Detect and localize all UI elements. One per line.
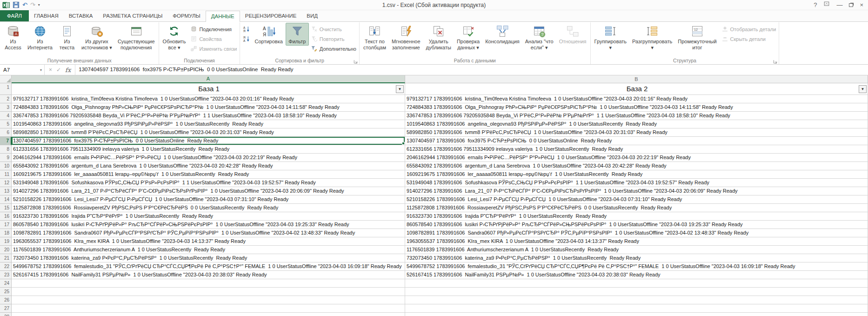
cell-A14[interactable]: 5210158226 1783991606 Lesi_Lesi7 Р›РµСЃС… (12, 195, 405, 204)
row-header-18[interactable]: 18 (0, 229, 12, 237)
column-header-A[interactable]: A (12, 75, 405, 83)
cell-A28[interactable] (12, 313, 405, 316)
cell-A13[interactable]: 914027296 1783991606 Lara_21_07 Р›Р°СЂРё… (12, 187, 405, 195)
row-header-8[interactable]: 8 (0, 145, 12, 154)
cell-A6[interactable]: 589982850 1783991606 tvmm8 Р’РёРєС‚РѕСЂР… (12, 128, 405, 137)
cell-B17[interactable]: 860578540 1783991606 lusikri Р›СЋРґРјРёР… (405, 221, 868, 229)
ungroup-button[interactable]: Разгруппировать▾ (629, 23, 675, 51)
row-header-26[interactable]: 26 (0, 296, 12, 304)
row-header-2[interactable]: 2 (0, 95, 12, 103)
cell-B4[interactable]: 336747853 1783991606 79205935848 Beyda_V… (405, 112, 868, 120)
cell-B7[interactable]: 1307404597 1783991606 fox3975 Р›СЋР±РѕРІ… (405, 137, 868, 145)
redo-button[interactable]: ↷ (30, 1, 35, 9)
remove-duplicates-button[interactable]: Удалитьдубликаты (423, 23, 454, 51)
row-header-3[interactable]: 3 (0, 103, 12, 112)
cell-A5[interactable]: 1019540863 1783991606 angelina_olegovna9… (12, 120, 405, 128)
row-header-6[interactable]: 6 (0, 128, 12, 137)
cell-B5[interactable]: 1019540863 1783991606 angelina_olegovna9… (405, 120, 868, 128)
from-other-sources-button[interactable]: Из другихисточников ▾ (79, 23, 115, 51)
tab-file[interactable]: ФАЙЛ (0, 10, 29, 21)
row-header-15[interactable]: 15 (0, 204, 12, 212)
cell-A27[interactable] (12, 304, 405, 313)
row-header-19[interactable]: 19 (0, 237, 12, 246)
cell-A26[interactable] (12, 296, 405, 304)
text-to-columns-button[interactable]: Текст постолбцам (361, 23, 389, 51)
cell-A19[interactable]: 1963055537 1783991606 KIra_mex KIRA 1 0 … (12, 237, 405, 246)
edit-links-button[interactable]: Изменить связи (188, 44, 239, 54)
cell-A17[interactable]: 860578540 1783991606 lusikri Р›СЋРґРјРёР… (12, 221, 405, 229)
select-all-corner[interactable] (0, 75, 12, 83)
cell-B3[interactable]: 724884383 1783991606 Olga_Pishnogray РћР… (405, 103, 868, 112)
clear-filter-button[interactable]: Очистить (309, 24, 358, 34)
properties-button[interactable]: Свойства (188, 34, 239, 44)
cell-A12[interactable]: 531949048 1783991606 Sofushkasova РЎРѕС„… (12, 179, 405, 187)
hide-detail-button[interactable]: Скрыть детали (720, 34, 778, 44)
cell-B2[interactable]: 979132717 1783991606 kristina_Tim0feeva … (405, 95, 868, 103)
row-header-1[interactable]: 1 (0, 83, 12, 95)
filter-dropdown-A1[interactable]: ▼ (396, 85, 404, 93)
cell-A25[interactable] (12, 288, 405, 296)
from-text-button[interactable]: Изтекста (55, 23, 79, 51)
reapply-filter-button[interactable]: Повторить (309, 34, 358, 44)
sort-button[interactable]: АЯСортировка (252, 23, 285, 46)
enter-icon[interactable]: ✓ (56, 67, 61, 73)
row-header-24[interactable]: 24 (0, 279, 12, 288)
row-header-4[interactable]: 4 (0, 112, 12, 120)
cell-B12[interactable]: 531949048 1783991606 Sofushkasova РЎРѕС„… (405, 179, 868, 187)
subtotal-button[interactable]: 12Промежуточныйитог (675, 23, 719, 51)
cell-B14[interactable]: 5210158226 1783991606 Lesi_Lesi7 Р›РµСЃС… (405, 195, 868, 204)
cell-B26[interactable] (405, 296, 868, 304)
row-header-14[interactable]: 14 (0, 195, 12, 204)
save-button[interactable] (13, 1, 20, 8)
sort-ascending-button[interactable]: АЯ (241, 24, 252, 34)
cell-A11[interactable]: 1609219675 1783991606 ler_aaaaa050811 le… (12, 170, 405, 179)
consolidate-button[interactable]: Консолидация (482, 23, 522, 46)
tab-review[interactable]: РЕЦЕНЗИРОВАНИЕ (240, 11, 302, 21)
cell-B19[interactable]: 1963055537 1783991606 KIra_mex KIRA 1 0 … (405, 237, 868, 246)
cell-B10[interactable]: 655843092 1783991606 argentum_d Lana Ser… (405, 162, 868, 170)
cell-A18[interactable]: 1098782891 1783991606 Sandra0607 РђР»РµР… (12, 229, 405, 237)
from-access-button[interactable]: AИзAccess (1, 23, 25, 51)
cell-B9[interactable]: 2046162944 1783991606 ernails Р•РїРёС…Рё… (405, 154, 868, 162)
cell-B27[interactable] (405, 304, 868, 313)
restore-button[interactable] (849, 1, 853, 9)
existing-connections-button[interactable]: Существующиеподключения (115, 23, 158, 51)
cell-A15[interactable]: 1125872808 1783991606 RossiavperetZV РђР… (12, 204, 405, 212)
cell-B11[interactable]: 1609219675 1783991606 ler_aaaaa050811 le… (405, 170, 868, 179)
cell-A23[interactable]: 526167415 1783991606 NailFamily31 РЅРµР№… (12, 271, 405, 279)
tab-data[interactable]: ДАННЫЕ (206, 11, 240, 22)
cell-A21[interactable]: 732073450 1783991606 katerina_za9 Р•РєР°… (12, 254, 405, 262)
cell-B28[interactable] (405, 313, 868, 316)
dialog-launcher-icon[interactable] (353, 58, 359, 63)
filter-dropdown-B1[interactable]: ▼ (859, 85, 867, 93)
cell-B18[interactable]: 1098782891 1783991606 Sandra0607 РђР»РµР… (405, 229, 868, 237)
row-header-9[interactable]: 9 (0, 154, 12, 162)
group-button[interactable]: Группировать▾ (592, 23, 630, 51)
row-header-23[interactable]: 23 (0, 271, 12, 279)
connections-button[interactable]: Подключения (188, 24, 239, 34)
row-header-22[interactable]: 22 (0, 262, 12, 271)
cell-B6[interactable]: 589982850 1783991606 tvmm8 Р’РёРєС‚РѕСЂР… (405, 128, 868, 137)
cell-B23[interactable]: 526167415 1783991606 NailFamily31 РЅРµР№… (405, 271, 868, 279)
advanced-filter-button[interactable]: Дополнительно (309, 44, 358, 54)
cell-A1[interactable]: База 1 ▼ (12, 83, 405, 95)
cell-B8[interactable]: 612331656 1783991606 79511334909 irelavy… (405, 145, 868, 154)
help-button[interactable]: ? (814, 1, 817, 9)
row-header-25[interactable]: 25 (0, 288, 12, 296)
cell-A8[interactable]: 612331656 1783991606 79511334909 irelavy… (12, 145, 405, 154)
relationships-button[interactable]: Отношения (556, 23, 589, 46)
dialog-launcher-icon[interactable] (773, 58, 778, 63)
show-detail-button[interactable]: Отобразить детали (720, 24, 778, 34)
cell-A2[interactable]: 979132717 1783991606 kristina_Tim0feeva … (12, 95, 405, 103)
row-header-28[interactable]: 28 (0, 313, 12, 316)
cell-A24[interactable] (12, 279, 405, 288)
cell-B1[interactable]: База 2 ▼ (405, 83, 868, 95)
cell-A20[interactable]: 1176501839 1783991606 Anthuriumscherzeri… (12, 246, 405, 254)
from-web-button[interactable]: ИзИнтернета (25, 23, 55, 51)
column-header-B[interactable]: B (405, 75, 868, 83)
cell-A22[interactable]: 5499678752 1783991606 femalestudio_31 "Р… (12, 262, 405, 271)
cancel-icon[interactable]: × (49, 67, 52, 73)
row-header-13[interactable]: 13 (0, 187, 12, 195)
cell-A7[interactable]: 1307404597 1783991606 fox3975 Р›СЋР±РѕРІ… (12, 137, 405, 145)
cell-A16[interactable]: 916323730 1783991606 Irajida Р˜СЂР°РёРґР… (12, 212, 405, 221)
